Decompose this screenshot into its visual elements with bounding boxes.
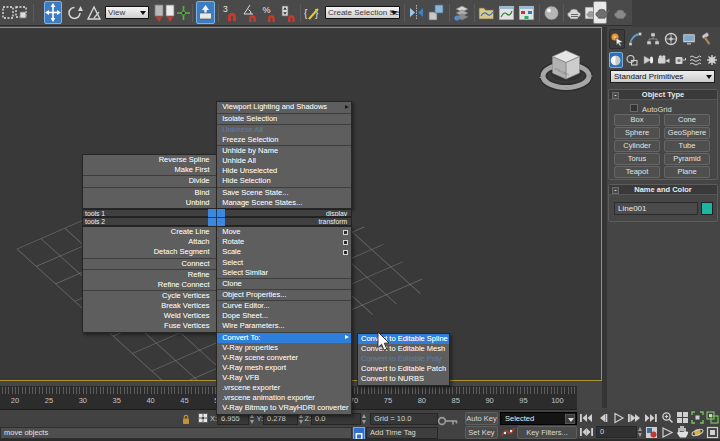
menu-item[interactable]: Reverse Spline xyxy=(83,155,216,165)
quad-header-transform[interactable]: transform xyxy=(216,217,352,226)
menu-item[interactable]: Select Similar xyxy=(217,268,351,278)
tab-display[interactable] xyxy=(681,29,697,49)
maximize-viewport-icon[interactable] xyxy=(706,426,719,439)
zoom-tool-icon[interactable] xyxy=(661,411,674,424)
menu-item[interactable]: Unhide by Name xyxy=(217,146,351,156)
menu-item[interactable]: Weld Vertices xyxy=(83,311,216,321)
angle-snap-icon[interactable] xyxy=(242,3,259,24)
menu-item[interactable]: Create Line xyxy=(83,227,216,237)
named-selection-set-dropdown[interactable]: Create Selection Se xyxy=(325,6,400,19)
play-animation-button[interactable] xyxy=(612,412,625,424)
tab-motion[interactable] xyxy=(663,29,679,49)
time-tag-field[interactable]: Add Time Tag xyxy=(366,427,438,439)
object-type-button[interactable]: Plane xyxy=(664,166,710,178)
spinner-snap-icon[interactable] xyxy=(280,3,297,24)
menu-item[interactable]: Select xyxy=(217,258,351,268)
menu-item[interactable]: Bind xyxy=(83,188,216,198)
select-move-button[interactable] xyxy=(44,1,62,24)
collapse-rollout-icon[interactable]: - xyxy=(612,92,619,99)
menu-item[interactable]: Object Properties... xyxy=(217,290,351,300)
menu-item[interactable]: Attach xyxy=(83,237,216,247)
menu-item[interactable]: Convert to Editable Patch xyxy=(358,364,449,374)
render-production-button[interactable] xyxy=(593,1,607,24)
category-systems[interactable] xyxy=(705,52,719,68)
menu-item[interactable]: Hide Unselected xyxy=(217,166,351,176)
menu-item[interactable]: Cycle Vertices xyxy=(83,291,216,301)
view-cube[interactable]: FRONT xyxy=(539,47,595,99)
object-name-field[interactable]: Line001 xyxy=(614,202,698,215)
menu-item[interactable]: Curve Editor... xyxy=(217,301,351,311)
menu-item[interactable]: Convert to NURBS xyxy=(358,374,449,384)
category-helpers[interactable] xyxy=(673,52,687,68)
object-type-button[interactable]: GeoSphere xyxy=(664,127,710,139)
absolute-mode-icon[interactable] xyxy=(197,412,209,425)
menu-item[interactable]: Convert to Editable Spline xyxy=(358,334,449,344)
select-manipulate-icon[interactable] xyxy=(176,3,191,24)
render-setup-icon[interactable] xyxy=(567,3,582,23)
mirror-icon[interactable] xyxy=(409,3,424,23)
key-filter-selected-dropdown[interactable]: Selected xyxy=(500,412,577,425)
auto-key-button[interactable]: Auto Key xyxy=(465,412,498,425)
object-type-button[interactable]: Cone xyxy=(664,114,710,126)
object-type-button[interactable]: Tube xyxy=(664,140,710,152)
material-editor-icon[interactable] xyxy=(543,3,560,23)
default-in-out-tangent-icon[interactable] xyxy=(501,426,515,439)
tab-modify[interactable] xyxy=(627,29,643,49)
pan-view-icon[interactable] xyxy=(676,425,689,439)
category-lights[interactable] xyxy=(641,52,655,68)
graph-editors-icon[interactable] xyxy=(478,3,495,23)
item-settings-icon[interactable] xyxy=(343,250,349,255)
object-type-button[interactable]: Torus xyxy=(614,153,660,165)
reference-coordinate-dropdown[interactable]: View xyxy=(105,6,149,19)
object-type-rollout-header[interactable]: - Object Type xyxy=(609,90,717,100)
item-settings-icon[interactable] xyxy=(343,230,349,235)
select-rotate-icon[interactable] xyxy=(67,3,83,23)
menu-item[interactable]: V-Ray scene converter xyxy=(217,353,351,363)
menu-item[interactable]: .vrscene animation exporter xyxy=(217,393,351,403)
collapse-rollout-icon[interactable]: - xyxy=(612,187,619,194)
object-color-swatch[interactable] xyxy=(701,202,713,215)
menu-item[interactable]: Dope Sheet... xyxy=(217,311,351,321)
rectangular-selection-icon[interactable] xyxy=(2,3,14,23)
menu-item[interactable]: V-Ray mesh export xyxy=(217,363,351,373)
tab-create[interactable] xyxy=(609,29,625,49)
use-selection-center-icon[interactable] xyxy=(163,3,177,24)
menu-item[interactable]: V-Ray VFB xyxy=(217,373,351,383)
menu-item[interactable]: Viewport Lighting and Shadows xyxy=(217,102,351,112)
menu-item[interactable]: Scale xyxy=(217,247,351,257)
go-to-start-button[interactable] xyxy=(579,412,593,424)
menu-item[interactable]: V-Ray properties xyxy=(217,343,351,353)
menu-item[interactable]: Refine Connect xyxy=(83,280,216,290)
quad-header-tools2[interactable]: tools 2 xyxy=(82,217,217,226)
object-type-button[interactable]: Pyramid xyxy=(664,153,710,165)
object-type-button[interactable]: Sphere xyxy=(614,127,660,139)
selection-lock-icon[interactable] xyxy=(182,414,190,425)
curve-editor-icon[interactable] xyxy=(498,3,515,23)
percent-snap-icon[interactable]: % xyxy=(262,3,278,24)
menu-item[interactable]: V-Ray Bitmap to VRayHDRI converter xyxy=(217,403,351,413)
key-filters-button[interactable]: Key Filters... xyxy=(517,426,577,439)
manage-layers-icon[interactable] xyxy=(453,3,470,23)
select-scale-icon[interactable] xyxy=(86,3,103,23)
go-to-end-button[interactable] xyxy=(644,412,658,424)
tab-utilities[interactable] xyxy=(699,29,715,49)
autogrid-checkbox[interactable] xyxy=(630,104,638,112)
menu-item[interactable]: Convert To: xyxy=(217,333,351,343)
quad-header-display[interactable]: display xyxy=(216,209,352,218)
z-spinner[interactable] xyxy=(362,413,367,425)
set-key-button[interactable]: Set Key xyxy=(465,426,498,439)
menu-item[interactable]: Convert to Editable Poly xyxy=(358,354,449,364)
menu-item[interactable]: Wire Parameters... xyxy=(217,321,351,331)
object-type-button[interactable]: Teapot xyxy=(614,166,660,178)
menu-item[interactable]: Unhide All xyxy=(217,156,351,166)
menu-item[interactable]: .vrscene exporter xyxy=(217,383,351,393)
edit-named-selection-sets-icon[interactable]: { } xyxy=(304,3,323,24)
menu-item[interactable]: Break Vertices xyxy=(83,301,216,311)
menu-item[interactable]: Unfreeze All xyxy=(217,125,351,135)
menu-item[interactable]: Connect xyxy=(83,259,216,269)
key-mode-toggle-icon[interactable] xyxy=(579,426,594,438)
keyboard-override-button[interactable] xyxy=(196,1,215,24)
category-space-warps[interactable] xyxy=(689,52,703,68)
menu-item[interactable]: Save Scene State... xyxy=(217,188,351,198)
align-icon[interactable] xyxy=(428,3,445,23)
